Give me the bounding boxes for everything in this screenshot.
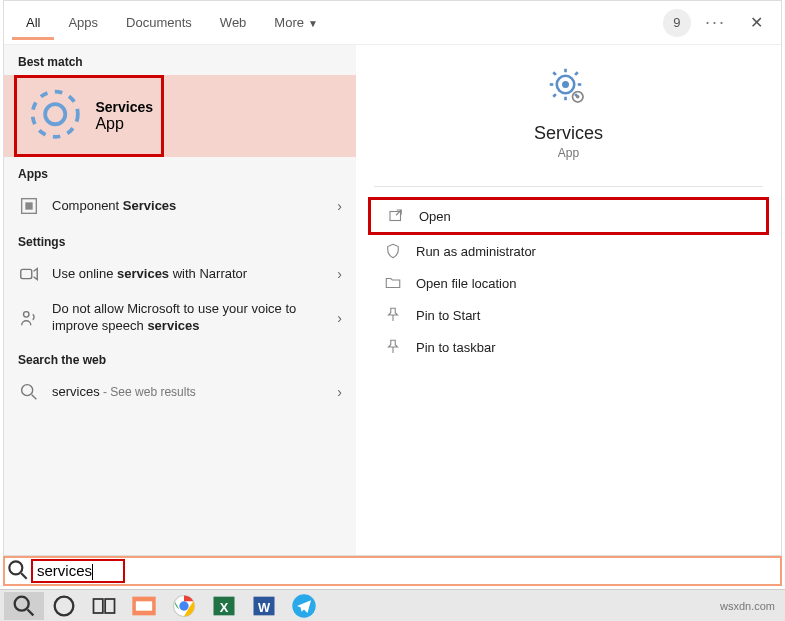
more-options-icon[interactable]: ··· <box>705 12 726 33</box>
svg-point-1 <box>33 92 78 137</box>
action-pin-start[interactable]: Pin to Start <box>368 299 769 331</box>
gear-icon <box>25 84 85 148</box>
chevron-right-icon: › <box>337 198 342 214</box>
tab-documents[interactable]: Documents <box>112 5 206 40</box>
pin-icon <box>384 338 402 356</box>
svg-rect-4 <box>21 270 32 279</box>
action-pin-taskbar[interactable]: Pin to taskbar <box>368 331 769 363</box>
results-list: Best match Services App Apps Component S… <box>4 45 356 555</box>
chevron-right-icon: › <box>337 310 342 326</box>
best-match-sub: App <box>95 115 153 133</box>
taskbar-excel-icon[interactable]: X <box>204 592 244 620</box>
best-match-row[interactable]: Services App <box>4 75 356 157</box>
svg-line-16 <box>575 72 578 75</box>
component-icon <box>18 195 40 217</box>
tab-all[interactable]: All <box>12 5 54 40</box>
result-speech[interactable]: Do not allow Microsoft to use your voice… <box>4 293 356 343</box>
open-icon <box>387 207 405 225</box>
search-panel: All Apps Documents Web More▼ 9 ··· ✕ Bes… <box>3 0 782 556</box>
action-label: Open <box>419 209 451 224</box>
tab-more[interactable]: More▼ <box>260 5 332 40</box>
folder-icon <box>384 274 402 292</box>
results-body: Best match Services App Apps Component S… <box>4 45 781 555</box>
action-open-location[interactable]: Open file location <box>368 267 769 299</box>
svg-line-7 <box>32 395 37 400</box>
taskbar-taskview-button[interactable] <box>84 592 124 620</box>
svg-rect-28 <box>105 599 114 613</box>
detail-sub: App <box>558 146 579 160</box>
search-icon <box>18 381 40 403</box>
filter-tabs: All Apps Documents Web More▼ 9 ··· ✕ <box>4 1 781 45</box>
svg-point-6 <box>22 385 33 396</box>
taskbar-app-1[interactable] <box>124 592 164 620</box>
svg-line-25 <box>28 609 34 615</box>
search-icon <box>5 557 31 586</box>
speech-icon <box>18 307 40 329</box>
svg-point-19 <box>576 95 580 99</box>
svg-point-26 <box>55 596 74 615</box>
rewards-badge[interactable]: 9 <box>663 9 691 37</box>
detail-header: Services App <box>356 45 781 176</box>
chevron-right-icon: › <box>337 266 342 282</box>
tab-web[interactable]: Web <box>206 5 261 40</box>
svg-point-5 <box>24 312 30 318</box>
svg-line-23 <box>21 573 26 578</box>
search-box[interactable]: services <box>3 556 782 586</box>
result-web-search[interactable]: services - See web results › <box>4 373 356 411</box>
taskbar: X W wsxdn.com <box>0 589 785 621</box>
taskbar-word-icon[interactable]: W <box>244 592 284 620</box>
section-web: Search the web <box>4 343 356 373</box>
svg-rect-3 <box>25 203 32 210</box>
svg-rect-27 <box>94 599 103 613</box>
best-match-result[interactable]: Services App <box>14 75 164 157</box>
svg-point-0 <box>45 104 65 124</box>
result-label: Component Services <box>52 198 337 215</box>
action-label: Run as administrator <box>416 244 536 259</box>
section-settings: Settings <box>4 225 356 255</box>
action-run-admin[interactable]: Run as administrator <box>368 235 769 267</box>
close-button[interactable]: ✕ <box>740 7 773 38</box>
tab-apps[interactable]: Apps <box>54 5 112 40</box>
action-label: Open file location <box>416 276 516 291</box>
svg-line-17 <box>553 94 556 97</box>
result-narrator[interactable]: Use online services with Narrator › <box>4 255 356 293</box>
svg-rect-30 <box>136 601 152 610</box>
pin-icon <box>384 306 402 324</box>
chevron-down-icon: ▼ <box>308 18 318 29</box>
taskbar-cortana-button[interactable] <box>44 592 84 620</box>
action-open[interactable]: Open <box>368 197 769 235</box>
result-label: services - See web results <box>52 384 337 401</box>
svg-text:W: W <box>258 599 271 614</box>
chevron-right-icon: › <box>337 384 342 400</box>
svg-point-24 <box>15 596 29 610</box>
svg-point-22 <box>9 561 22 574</box>
svg-point-9 <box>562 81 569 88</box>
narrator-icon <box>18 263 40 285</box>
best-match-title: Services <box>95 99 153 115</box>
result-label: Use online services with Narrator <box>52 266 337 283</box>
admin-icon <box>384 242 402 260</box>
text-cursor <box>92 564 93 580</box>
search-input[interactable]: services <box>31 559 780 583</box>
svg-point-32 <box>179 601 188 610</box>
taskbar-chrome-icon[interactable] <box>164 592 204 620</box>
section-best-match: Best match <box>4 45 356 75</box>
services-gear-icon <box>548 67 590 109</box>
action-label: Pin to taskbar <box>416 340 496 355</box>
separator <box>374 186 763 187</box>
section-apps: Apps <box>4 157 356 187</box>
detail-title: Services <box>534 123 603 144</box>
watermark: wsxdn.com <box>720 600 781 612</box>
result-label: Do not allow Microsoft to use your voice… <box>52 301 337 335</box>
taskbar-search-button[interactable] <box>4 592 44 620</box>
action-label: Pin to Start <box>416 308 480 323</box>
result-component-services[interactable]: Component Services › <box>4 187 356 225</box>
svg-line-14 <box>553 72 556 75</box>
taskbar-telegram-icon[interactable] <box>284 592 324 620</box>
svg-text:X: X <box>220 599 229 614</box>
detail-pane: Services App Open Run as administrator O… <box>356 45 781 555</box>
